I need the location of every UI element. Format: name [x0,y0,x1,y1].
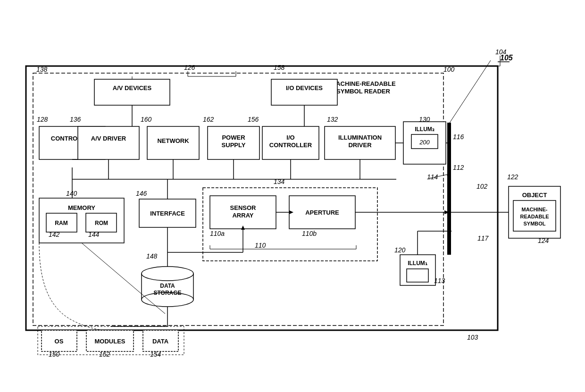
ref-112: 112 [453,164,464,171]
ref-126: 126 [184,64,195,71]
ref-200: 200 [419,139,430,146]
machine-readable-symbol-3: SYMBOL [523,221,545,226]
ref-150: 150 [49,350,60,358]
ref-103: 103 [467,334,478,341]
ref-113: 113 [434,277,445,284]
illum-driver-label-1: ILLUMINATION [338,134,382,141]
svg-rect-17 [447,123,451,255]
ref-156: 156 [248,116,259,123]
ref-124: 124 [538,237,549,244]
ref-162: 162 [203,116,214,123]
svg-rect-10 [78,126,139,159]
ref-142: 142 [49,231,60,238]
ref-152: 152 [99,350,110,358]
ref-128: 128 [37,116,48,123]
ref-148: 148 [146,252,158,260]
machine-readable-symbol-1: MACHINE- [522,207,548,212]
svg-point-45 [142,267,193,281]
modules-label: MODULES [95,338,125,345]
svg-rect-8 [271,79,337,105]
sensor-array-label-1: SENSOR [230,204,257,211]
os-label: OS [55,338,64,345]
io-devices-label: I/O DEVICES [286,84,323,92]
ref-102: 102 [476,183,488,190]
svg-rect-6 [94,79,170,105]
ref-140: 140 [66,190,77,197]
machine-readable-label: MACHINE-READABLE [331,80,396,87]
data-storage-label-2: STORAGE [153,290,181,296]
memory-label: MEMORY [68,204,95,211]
data-label: DATA [152,338,169,345]
io-controller-label-1: I/O [286,134,294,141]
ref-104: 104 [495,48,507,56]
ref-117: 117 [477,234,489,242]
symbol-reader-label: SYMBOL READER [336,88,390,95]
patent-diagram: 105 100 102 103 104 MACHINE-READABLE SYM… [0,0,585,392]
ref-158: 158 [274,64,285,71]
ref-122: 122 [507,173,518,181]
object-label: OBJECT [522,192,547,199]
ref-100: 100 [443,66,455,73]
ref-110b: 110b [302,230,317,237]
aperture-label: APERTURE [305,209,339,216]
av-driver-label: A/V DRIVER [91,135,126,142]
illum1-label: ILLUM₁ [408,260,427,267]
io-controller-label-2: CONTROLLER [269,142,312,149]
ref-144: 144 [88,231,100,238]
ram-label: RAM [55,220,67,226]
illum-driver-label-2: DRIVER [348,142,372,149]
ref-136: 136 [70,116,81,123]
network-label: NETWORK [157,137,189,144]
svg-rect-51 [407,269,428,282]
ref-110: 110 [255,242,266,249]
machine-readable-symbol-2: READABLE [520,214,549,219]
ref-132: 132 [327,116,338,123]
av-devices-label: A/V DEVICES [113,84,152,92]
ref-110a: 110a [210,230,225,237]
ref-120: 120 [394,246,406,254]
rom-label: ROM [95,220,108,226]
interface-label: INTERFACE [150,210,185,217]
ref-160: 160 [141,116,152,123]
ref-116: 116 [453,133,464,141]
power-supply-label-2: SUPPLY [222,142,246,149]
sensor-array-label-2: ARRAY [232,212,253,219]
ref-146: 146 [136,190,147,197]
ref-134: 134 [274,178,285,185]
ref-138: 138 [36,66,48,73]
data-storage-label-1: DATA [160,283,175,289]
power-supply-label-1: POWER [222,134,245,141]
ref-154: 154 [150,350,161,358]
illum2-label: ILLUM₂ [415,126,435,133]
